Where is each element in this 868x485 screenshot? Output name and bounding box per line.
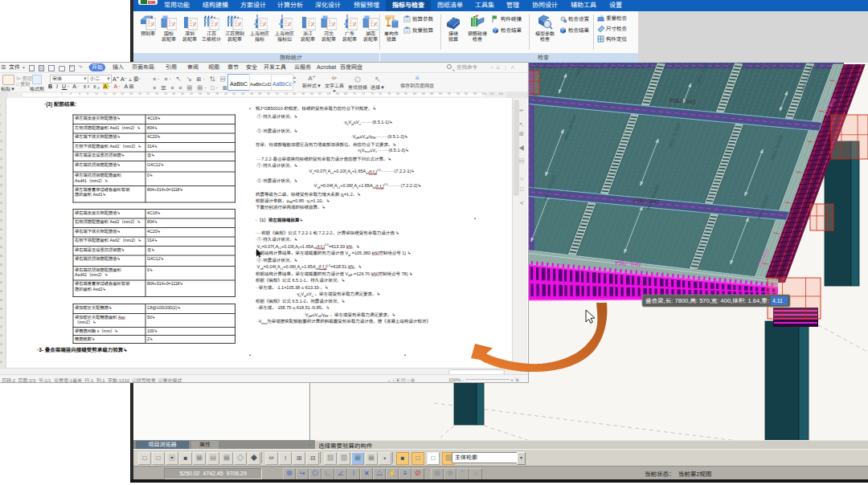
svg-text:4.11: 4.11 — [772, 298, 783, 304]
svg-text:叠合梁,长: 7800,高: 570,宽: 400,体积:: 叠合梁,长: 7800,高: 570,宽: 400,体积: 1.64,重: — [645, 298, 769, 304]
